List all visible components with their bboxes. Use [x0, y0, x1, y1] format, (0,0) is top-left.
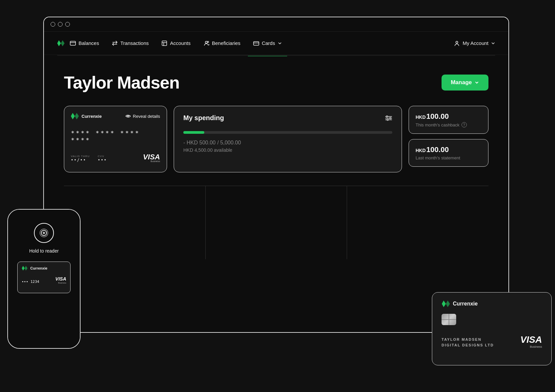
spending-progress-bar — [183, 131, 392, 134]
account-icon — [454, 40, 460, 46]
window-dot-2 — [58, 22, 63, 27]
manage-button[interactable]: Manage — [442, 75, 488, 91]
svg-rect-11 — [254, 42, 259, 45]
window-dot-3 — [65, 22, 70, 27]
mini-visa-label: VISA — [55, 276, 66, 282]
svg-marker-1 — [61, 40, 65, 46]
stats-panel: HKD100.00 This month's cashback ? HKD100… — [409, 106, 488, 167]
eye-icon — [125, 113, 131, 119]
cvv-label: CVV — [98, 155, 107, 158]
nav-balances-label: Balances — [79, 40, 99, 46]
mini-card-number: ••• 1234 — [22, 280, 39, 284]
spending-panel: My spending — [174, 106, 402, 172]
table-col-2 — [206, 186, 347, 259]
svg-marker-28 — [25, 266, 28, 271]
mini-visa-sublabel: Business — [55, 282, 66, 284]
progress-bar-fill — [183, 131, 204, 134]
table-col-1 — [64, 186, 206, 259]
spending-used: - HKD 500.00 / 5,000.00 — [183, 139, 392, 146]
mini-card-logo-icon — [22, 266, 28, 271]
svg-marker-27 — [22, 266, 25, 271]
card-labels: VALID THRU ••/•• CVV ••• — [71, 155, 107, 162]
table-col-3 — [347, 186, 488, 259]
statement-value: 100.00 — [426, 145, 449, 154]
cards-icon — [253, 40, 259, 46]
nav-item-cards[interactable]: Cards — [248, 38, 287, 49]
cvv-group: CVV ••• — [98, 155, 107, 162]
page-title: Taylor Madsen — [64, 73, 179, 93]
account-chevron-icon — [491, 41, 495, 45]
svg-point-13 — [456, 41, 458, 43]
physical-card-brand: Currenxie — [453, 301, 478, 307]
cards-chevron-icon — [278, 41, 282, 45]
nav-items: Balances Transactions — [65, 38, 454, 49]
virtual-card-logo: Currenxie — [71, 113, 102, 119]
svg-marker-30 — [446, 300, 450, 307]
cashback-currency: HKD — [416, 114, 426, 120]
nav-beneficiaries-label: Beneficiaries — [212, 40, 241, 46]
nav-item-transactions[interactable]: Transactions — [106, 38, 154, 49]
scene: Balances Transactions — [0, 0, 555, 392]
svg-marker-15 — [75, 113, 79, 119]
spending-amounts: - HKD 500.00 / 5,000.00 HKD 4,500.00 ava… — [183, 139, 392, 153]
virtual-card-logo-icon — [71, 113, 79, 119]
statement-currency: HKD — [416, 148, 426, 153]
physical-visa-label: VISA — [520, 334, 542, 345]
cardholder-line1: TAYLOR MADSEN — [442, 337, 481, 341]
cashback-value: 100.00 — [426, 112, 449, 120]
visa-brand: VISA Business — [143, 153, 160, 162]
svg-point-16 — [127, 115, 129, 117]
virtual-card-brand: Currenxie — [82, 114, 102, 119]
hold-to-reader-label: Hold to reader — [29, 248, 59, 254]
statement-label: Last month's statement — [416, 155, 481, 160]
spending-limit: 5,000.00 — [220, 140, 241, 145]
cardholder-line2: DIGITAL DESIGNS LTD — [442, 343, 494, 347]
svg-point-21 — [390, 117, 391, 119]
my-account-button[interactable]: My Account — [454, 40, 495, 46]
physical-visa-sublabel: Business — [520, 345, 542, 348]
virtual-card-top: Currenxie Reveal details — [71, 113, 160, 119]
filter-icon[interactable] — [385, 115, 392, 121]
manage-chevron-icon — [474, 80, 479, 85]
page-header: Taylor Madsen Manage — [64, 73, 488, 93]
cashback-info-icon[interactable]: ? — [462, 122, 467, 127]
svg-point-9 — [205, 41, 207, 43]
valid-thru-group: VALID THRU ••/•• — [71, 155, 90, 162]
mini-card-bottom: ••• 1234 VISA Business — [22, 276, 66, 284]
valid-thru-value: ••/•• — [71, 158, 90, 162]
cashback-stat-card: HKD100.00 This month's cashback ? — [409, 106, 488, 134]
cvv-value: ••• — [98, 158, 107, 162]
nfc-icon — [34, 223, 54, 243]
nav-item-accounts[interactable]: Accounts — [156, 38, 196, 49]
svg-marker-14 — [71, 113, 75, 119]
nav-underline-bar — [57, 55, 495, 56]
reveal-details-button[interactable]: Reveal details — [125, 113, 160, 119]
nav-item-beneficiaries[interactable]: Beneficiaries — [198, 38, 246, 49]
logo-icon — [57, 40, 65, 46]
cashback-label-text: This month's cashback — [416, 122, 460, 127]
svg-rect-2 — [70, 41, 76, 45]
card-number: **** **** **** **** — [71, 129, 160, 143]
statement-amount: HKD100.00 — [416, 145, 481, 154]
desktop-frame: Balances Transactions — [43, 17, 509, 333]
mini-card-logo: Currenxie — [22, 266, 66, 271]
physical-card: Currenxie TAYLOR MADSEN DIGITAL DESIGNS … — [432, 292, 552, 365]
svg-point-22 — [387, 119, 388, 120]
physical-card-logo: Currenxie — [442, 300, 542, 307]
statement-stat-card: HKD100.00 Last month's statement — [409, 139, 488, 167]
cardholder-name: TAYLOR MADSEN DIGITAL DESIGNS LTD — [442, 337, 494, 348]
svg-point-20 — [386, 116, 388, 117]
logo[interactable] — [57, 40, 65, 46]
window-controls — [44, 17, 508, 32]
valid-thru-label: VALID THRU — [71, 155, 90, 158]
bottom-table — [64, 186, 488, 259]
cashback-label: This month's cashback ? — [416, 122, 481, 127]
transactions-icon — [112, 40, 118, 46]
virtual-card: Currenxie Reveal details **** **** **** … — [64, 106, 167, 172]
nav-item-balances[interactable]: Balances — [65, 38, 104, 49]
svg-marker-0 — [57, 40, 61, 46]
spending-title: My spending — [183, 114, 224, 122]
svg-point-10 — [207, 41, 209, 43]
card-bottom: VALID THRU ••/•• CVV ••• VISA Business — [71, 153, 160, 162]
my-account-label: My Account — [462, 40, 488, 46]
